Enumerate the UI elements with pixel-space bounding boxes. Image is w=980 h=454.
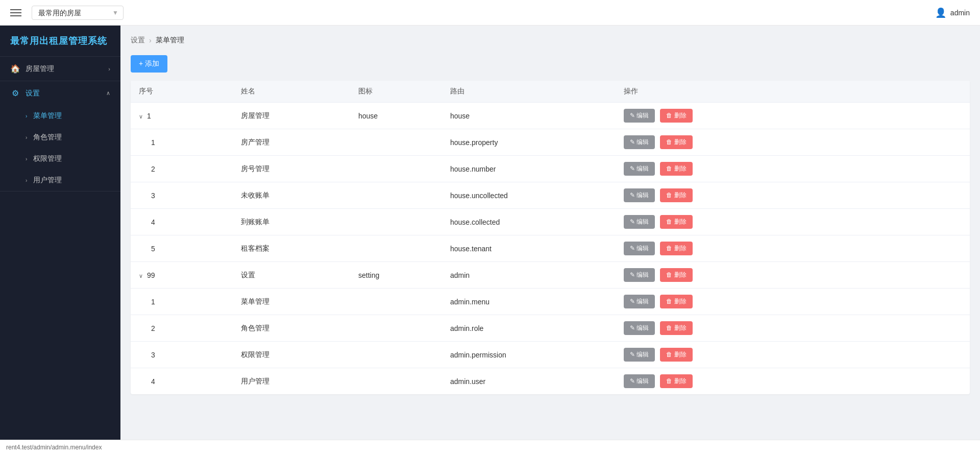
edit-button[interactable]: ✎ 编辑 bbox=[624, 215, 655, 229]
row-icon bbox=[350, 315, 442, 342]
delete-button[interactable]: 🗑 删除 bbox=[660, 109, 692, 123]
main-content: 设置 › 菜单管理 + 添加 序号 姓名 图标 路由 操作 bbox=[120, 26, 980, 440]
edit-button[interactable]: ✎ 编辑 bbox=[624, 109, 655, 123]
edit-button[interactable]: ✎ 编辑 bbox=[624, 242, 655, 255]
row-name: 房屋管理 bbox=[233, 103, 350, 129]
row-actions: ✎ 编辑 🗑 删除 bbox=[616, 368, 970, 395]
row-seq: 4 bbox=[131, 209, 233, 235]
row-seq-value: 1 bbox=[147, 112, 151, 120]
statusbar: rent4.test/admin/admin.menu/index bbox=[0, 440, 980, 454]
row-route: admin.menu bbox=[442, 289, 616, 315]
sidebar-item-role-mgmt[interactable]: › 角色管理 bbox=[0, 127, 120, 148]
table-row: 1 菜单管理 admin.menu ✎ 编辑 🗑 删除 bbox=[131, 289, 970, 315]
add-button[interactable]: + 添加 bbox=[131, 55, 167, 73]
delete-button[interactable]: 🗑 删除 bbox=[660, 268, 692, 282]
row-route: house.collected bbox=[442, 209, 616, 235]
row-actions: ✎ 编辑 🗑 删除 bbox=[616, 182, 970, 209]
delete-button[interactable]: 🗑 删除 bbox=[660, 215, 692, 229]
sidebar-section-settings: ⚙ 设置 ∧ › 菜单管理 › 角色管理 › 权限管理 › 用户管理 bbox=[0, 81, 120, 192]
edit-button[interactable]: ✎ 编辑 bbox=[624, 295, 655, 308]
row-seq: ∨ 99 bbox=[131, 262, 233, 289]
breadcrumb: 设置 › 菜单管理 bbox=[131, 36, 970, 45]
table-row: 2 角色管理 admin.role ✎ 编辑 🗑 删除 bbox=[131, 315, 970, 342]
row-seq: 5 bbox=[131, 235, 233, 262]
table-row: 1 房产管理 house.property ✎ 编辑 🗑 删除 bbox=[131, 129, 970, 156]
delete-button[interactable]: 🗑 删除 bbox=[660, 348, 692, 362]
row-seq: ∨ 1 bbox=[131, 103, 233, 129]
delete-button[interactable]: 🗑 删除 bbox=[660, 374, 692, 388]
row-seq: 3 bbox=[131, 342, 233, 368]
row-name: 权限管理 bbox=[233, 342, 350, 368]
row-name: 到账账单 bbox=[233, 209, 350, 235]
edit-button[interactable]: ✎ 编辑 bbox=[624, 348, 655, 362]
row-actions: ✎ 编辑 🗑 删除 bbox=[616, 315, 970, 342]
col-route: 路由 bbox=[442, 81, 616, 103]
row-seq: 2 bbox=[131, 156, 233, 182]
sidebar-item-menu-mgmt[interactable]: › 菜单管理 bbox=[0, 105, 120, 127]
row-route: admin.user bbox=[442, 368, 616, 395]
row-seq: 2 bbox=[131, 315, 233, 342]
delete-button[interactable]: 🗑 删除 bbox=[660, 242, 692, 255]
table-row: 4 用户管理 admin.user ✎ 编辑 🗑 删除 bbox=[131, 368, 970, 395]
expand-icon[interactable]: ∨ bbox=[139, 273, 143, 279]
row-icon bbox=[350, 289, 442, 315]
table-row: ∨ 1 房屋管理 house house ✎ 编辑 🗑 删除 bbox=[131, 103, 970, 129]
topbar-left: 最常用的房屋 ▼ bbox=[10, 6, 124, 20]
row-name: 未收账单 bbox=[233, 182, 350, 209]
row-actions: ✎ 编辑 🗑 删除 bbox=[616, 103, 970, 129]
delete-button[interactable]: 🗑 删除 bbox=[660, 162, 692, 176]
edit-button[interactable]: ✎ 编辑 bbox=[624, 188, 655, 202]
home-icon: 🏠 bbox=[10, 64, 20, 74]
row-seq: 3 bbox=[131, 182, 233, 209]
edit-button[interactable]: ✎ 编辑 bbox=[624, 162, 655, 176]
row-name: 角色管理 bbox=[233, 315, 350, 342]
sidebar: 最常用出租屋管理系统 🏠 房屋管理 › ⚙ 设置 ∧ › bbox=[0, 26, 120, 440]
delete-button[interactable]: 🗑 删除 bbox=[660, 321, 692, 335]
row-route: house bbox=[442, 103, 616, 129]
row-icon bbox=[350, 342, 442, 368]
row-actions: ✎ 编辑 🗑 删除 bbox=[616, 129, 970, 156]
col-name: 姓名 bbox=[233, 81, 350, 103]
row-icon bbox=[350, 368, 442, 395]
arrow-right-icon: › bbox=[26, 156, 27, 162]
menu-toggle-button[interactable] bbox=[10, 9, 21, 16]
row-icon bbox=[350, 235, 442, 262]
expand-icon[interactable]: ∨ bbox=[139, 113, 143, 120]
chevron-up-icon: ∧ bbox=[106, 90, 110, 97]
row-seq-value: 99 bbox=[147, 271, 155, 279]
sidebar-item-settings-label: 设置 bbox=[26, 89, 40, 98]
row-route: house.uncollected bbox=[442, 182, 616, 209]
row-actions: ✎ 编辑 🗑 删除 bbox=[616, 289, 970, 315]
row-seq: 4 bbox=[131, 368, 233, 395]
row-icon bbox=[350, 156, 442, 182]
row-name: 房号管理 bbox=[233, 156, 350, 182]
sidebar-item-house-label: 房屋管理 bbox=[26, 64, 54, 74]
sidebar-item-house-mgmt[interactable]: 🏠 房屋管理 › bbox=[0, 57, 120, 81]
sidebar-item-perm-mgmt[interactable]: › 权限管理 bbox=[0, 148, 120, 170]
table-row: 5 租客档案 house.tenant ✎ 编辑 🗑 删除 bbox=[131, 235, 970, 262]
col-actions: 操作 bbox=[616, 81, 970, 103]
sidebar-logo: 最常用出租屋管理系统 bbox=[0, 26, 120, 57]
table-row: 4 到账账单 house.collected ✎ 编辑 🗑 删除 bbox=[131, 209, 970, 235]
row-name: 房产管理 bbox=[233, 129, 350, 156]
edit-button[interactable]: ✎ 编辑 bbox=[624, 321, 655, 335]
edit-button[interactable]: ✎ 编辑 bbox=[624, 268, 655, 282]
row-name: 菜单管理 bbox=[233, 289, 350, 315]
topbar: 最常用的房屋 ▼ 👤 admin bbox=[0, 0, 980, 26]
edit-button[interactable]: ✎ 编辑 bbox=[624, 135, 655, 149]
data-table-wrapper: 序号 姓名 图标 路由 操作 ∨ 1 房屋管理 bbox=[131, 81, 970, 394]
row-icon bbox=[350, 209, 442, 235]
edit-button[interactable]: ✎ 编辑 bbox=[624, 374, 655, 388]
row-name: 设置 bbox=[233, 262, 350, 289]
row-seq: 1 bbox=[131, 129, 233, 156]
delete-button[interactable]: 🗑 删除 bbox=[660, 188, 692, 202]
house-select[interactable]: 最常用的房屋 bbox=[32, 6, 124, 20]
row-name: 租客档案 bbox=[233, 235, 350, 262]
breadcrumb-settings[interactable]: 设置 bbox=[131, 36, 145, 45]
arrow-right-icon: › bbox=[26, 113, 27, 119]
user-icon: 👤 bbox=[935, 7, 946, 18]
sidebar-item-settings[interactable]: ⚙ 设置 ∧ bbox=[0, 81, 120, 105]
sidebar-item-user-mgmt[interactable]: › 用户管理 bbox=[0, 170, 120, 191]
delete-button[interactable]: 🗑 删除 bbox=[660, 295, 692, 308]
delete-button[interactable]: 🗑 删除 bbox=[660, 135, 692, 149]
